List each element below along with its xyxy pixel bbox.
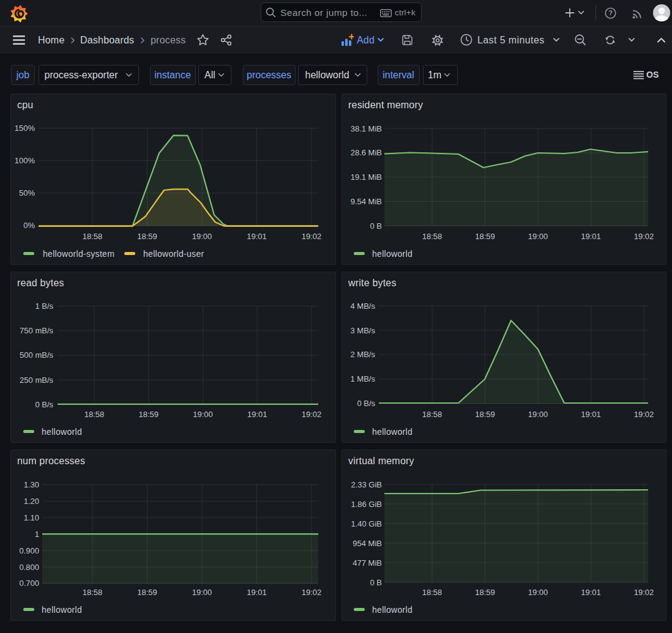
svg-text:18:58: 18:58 (422, 232, 442, 241)
svg-text:?: ? (608, 9, 613, 17)
svg-text:500 mB/s: 500 mB/s (20, 350, 53, 360)
svg-text:0.900: 0.900 (19, 546, 39, 555)
svg-text:helloworld-system: helloworld-system (43, 249, 114, 259)
svg-text:19:02: 19:02 (634, 410, 654, 419)
svg-text:helloworld-user: helloworld-user (143, 249, 204, 259)
svg-text:1.30: 1.30 (24, 480, 39, 489)
svg-text:0%: 0% (23, 221, 35, 230)
svg-text:0 B: 0 B (370, 221, 382, 231)
svg-text:19:00: 19:00 (528, 232, 548, 241)
svg-text:0.700: 0.700 (19, 579, 39, 588)
svg-text:19:02: 19:02 (302, 232, 322, 241)
svg-text:19:01: 19:01 (247, 588, 267, 597)
svg-text:38.1 MiB: 38.1 MiB (351, 124, 382, 133)
svg-text:50%: 50% (19, 188, 35, 198)
svg-text:9.54 MiB: 9.54 MiB (351, 197, 382, 206)
svg-text:954 MiB: 954 MiB (353, 539, 382, 548)
svg-text:helloworld: helloworld (372, 427, 413, 437)
svg-text:1 B/s: 1 B/s (35, 302, 53, 311)
svg-text:18:58: 18:58 (83, 588, 103, 597)
svg-text:19:00: 19:00 (528, 588, 548, 597)
svg-text:18:59: 18:59 (475, 410, 495, 419)
svg-text:19:00: 19:00 (192, 588, 212, 597)
svg-text:1.86 GiB: 1.86 GiB (351, 500, 382, 509)
svg-text:0 B: 0 B (370, 578, 382, 587)
svg-text:19:02: 19:02 (302, 588, 322, 597)
svg-text:19:01: 19:01 (247, 410, 267, 419)
svg-text:18:58: 18:58 (83, 232, 103, 241)
svg-text:4 MB/s: 4 MB/s (351, 302, 376, 311)
svg-text:1.40 GiB: 1.40 GiB (351, 519, 382, 528)
svg-text:28.6 MiB: 28.6 MiB (351, 148, 382, 157)
svg-text:0.800: 0.800 (19, 563, 39, 572)
svg-text:2 MB/s: 2 MB/s (351, 350, 376, 359)
svg-text:helloworld: helloworld (42, 605, 82, 615)
svg-text:19:00: 19:00 (192, 232, 212, 241)
svg-text:477 MiB: 477 MiB (353, 558, 382, 568)
svg-text:3 MB/s: 3 MB/s (351, 326, 376, 335)
svg-text:helloworld: helloworld (372, 249, 413, 259)
svg-text:helloworld: helloworld (372, 605, 413, 615)
svg-text:0 B/s: 0 B/s (357, 399, 375, 408)
svg-text:1: 1 (35, 530, 39, 539)
svg-text:19:02: 19:02 (302, 410, 322, 419)
svg-text:19:00: 19:00 (528, 410, 548, 419)
svg-text:2.33 GiB: 2.33 GiB (351, 480, 382, 489)
svg-text:100%: 100% (15, 156, 35, 165)
svg-text:18:59: 18:59 (137, 588, 157, 597)
svg-text:19:01: 19:01 (581, 410, 601, 419)
svg-text:18:58: 18:58 (422, 588, 442, 597)
svg-text:19:00: 19:00 (193, 410, 213, 419)
svg-text:750 mB/s: 750 mB/s (20, 326, 53, 335)
svg-text:0 B/s: 0 B/s (35, 400, 53, 409)
svg-text:150%: 150% (15, 124, 35, 133)
svg-text:18:58: 18:58 (84, 410, 105, 419)
svg-text:250 mB/s: 250 mB/s (20, 376, 53, 385)
svg-text:19.1 MiB: 19.1 MiB (351, 172, 382, 182)
svg-text:18:59: 18:59 (475, 588, 495, 597)
svg-text:19:02: 19:02 (634, 232, 654, 241)
svg-text:19:01: 19:01 (581, 232, 601, 241)
svg-text:1.20: 1.20 (24, 497, 39, 506)
svg-text:18:59: 18:59 (137, 232, 157, 241)
svg-text:19:01: 19:01 (581, 588, 601, 597)
svg-text:helloworld: helloworld (42, 427, 82, 437)
svg-text:1 MB/s: 1 MB/s (351, 374, 376, 383)
svg-text:19:01: 19:01 (247, 232, 267, 241)
svg-text:1.10: 1.10 (24, 513, 39, 522)
svg-text:19:02: 19:02 (634, 588, 654, 597)
svg-text:18:58: 18:58 (422, 410, 442, 419)
svg-text:18:59: 18:59 (139, 410, 159, 419)
svg-text:18:59: 18:59 (475, 232, 495, 241)
